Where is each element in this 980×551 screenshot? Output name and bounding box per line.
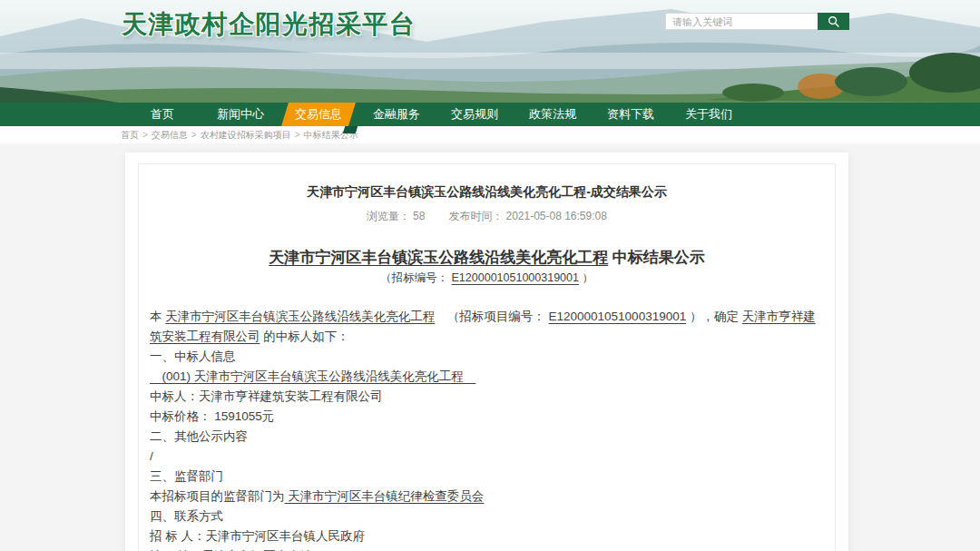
- article-line: （招标编号： E1200001051000319001 ）: [150, 268, 824, 288]
- text-run: 本招标项目的监督部门为: [150, 489, 285, 503]
- nav-item-label: 首页: [151, 107, 174, 121]
- text-run: （招标编号：: [380, 271, 451, 284]
- article-line: 中标价格： 1591055元: [150, 407, 824, 427]
- search-input[interactable]: [665, 13, 818, 30]
- text-run: 本: [150, 310, 165, 323]
- views-count: 58: [413, 210, 425, 222]
- breadcrumb-separator: >: [191, 130, 197, 140]
- nav-item-news-center[interactable]: 新闻中心: [201, 103, 279, 126]
- nav-item-label: 关于我们: [685, 107, 732, 121]
- article-title: 天津市宁河区丰台镇滨玉公路线沿线美化亮化工程-成交结果公示: [144, 184, 829, 201]
- text-run: 二、其他公示内容: [150, 429, 248, 443]
- page: 天津政村企阳光招采平台 首页新闻中心交易信息金融服务交易规则政策法规资料下载关于…: [0, 0, 980, 143]
- nav-item-label: 资料下载: [607, 107, 654, 121]
- text-run: 三、监督部门: [150, 469, 223, 483]
- article-line: 本 天津市宁河区丰台镇滨玉公路线沿线美化亮化工程 （招标项目编号： E12000…: [150, 307, 824, 347]
- nav-item-about-us[interactable]: 关于我们: [670, 103, 748, 126]
- nav-item-home[interactable]: 首页: [123, 103, 201, 126]
- text-run: 招 标 人：天津市宁河区丰台镇人民政府: [150, 529, 365, 543]
- underlined-text: E1200001051000319001: [549, 310, 687, 323]
- site-title: 天津政村企阳光招采平台: [122, 7, 416, 42]
- article-line: 四、联系方式: [150, 507, 824, 526]
- article-line: 本招标项目的监督部门为 天津市宁河区丰台镇纪律检查委员会: [150, 487, 824, 507]
- nav-item-label: 金融服务: [373, 107, 420, 121]
- nav-item-policy-laws[interactable]: 政策法规: [514, 103, 592, 126]
- article-line: 招 标 人：天津市宁河区丰台镇人民政府: [150, 526, 824, 546]
- article-line: (001) 天津市宁河区丰台镇滨玉公路线沿线美化亮化工程: [150, 367, 824, 387]
- breadcrumb-item[interactable]: 交易信息: [152, 129, 188, 142]
- text-run: /: [150, 449, 153, 463]
- views-label: 浏览量：: [367, 210, 410, 222]
- article-frame: 天津市宁河区丰台镇滨玉公路线沿线美化亮化工程-成交结果公示 浏览量：58发布时间…: [138, 163, 836, 551]
- nav-item-downloads[interactable]: 资料下载: [592, 103, 670, 126]
- nav-item-label: 交易信息: [295, 107, 342, 121]
- text-run: 中标价格： 1591055元: [150, 409, 274, 423]
- publish-time-label: 发布时间：: [448, 210, 503, 222]
- search-bar: [665, 13, 849, 30]
- text-run: （招标项目编号：: [435, 310, 548, 323]
- nav-item-financial-services[interactable]: 金融服务: [358, 103, 436, 126]
- article-line: 二、其他公示内容: [150, 427, 824, 447]
- content-panel: 天津市宁河区丰台镇滨玉公路线沿线美化亮化工程-成交结果公示 浏览量：58发布时间…: [125, 153, 848, 551]
- article-line: /: [150, 447, 824, 467]
- text-run: 四、联系方式: [150, 509, 223, 523]
- text-run: 的中标人如下：: [260, 330, 349, 343]
- underlined-text: 天津市宁河区丰台镇滨玉公路线沿线美化亮化工程: [269, 249, 608, 266]
- underlined-text: (001) 天津市宁河区丰台镇滨玉公路线沿线美化亮化工程: [150, 369, 475, 383]
- text-run: ），确定: [686, 310, 742, 323]
- main-nav: 首页新闻中心交易信息金融服务交易规则政策法规资料下载关于我们: [0, 103, 980, 126]
- breadcrumb-separator: >: [142, 130, 148, 140]
- underlined-text: 天津市宁河区丰台镇纪律检查委员会: [285, 489, 485, 503]
- text-run: 中标结果公示: [608, 249, 705, 266]
- article-line: 天津市宁河区丰台镇滨玉公路线沿线美化亮化工程 中标结果公示: [150, 248, 824, 268]
- nav-item-trade-info[interactable]: 交易信息: [279, 103, 358, 126]
- header-banner: 天津政村企阳光招采平台: [0, 0, 980, 103]
- text-run: 中标人：天津市亨祥建筑安装工程有限公司: [150, 389, 383, 403]
- search-icon: [828, 15, 840, 28]
- underlined-text: 天津市宁河区丰台镇滨玉公路线沿线美化亮化工程: [165, 310, 435, 323]
- text-run: ）: [579, 271, 593, 284]
- nav-item-label: 政策法规: [529, 107, 576, 121]
- nav-item-label: 新闻中心: [217, 107, 264, 121]
- article-body: 天津市宁河区丰台镇滨玉公路线沿线美化亮化工程 中标结果公示（招标编号： E120…: [150, 248, 824, 551]
- article-line: 中标人：天津市亨祥建筑安装工程有限公司: [150, 387, 824, 407]
- text-run: 一、中标人信息: [150, 349, 236, 363]
- breadcrumb-item[interactable]: 农村建设招标采购项目: [201, 129, 291, 142]
- article-line: 三、监督部门: [150, 467, 824, 487]
- nav-item-label: 交易规则: [451, 107, 498, 121]
- search-button[interactable]: [818, 13, 849, 30]
- breadcrumb: 首页>交易信息>农村建设招标采购项目>中标结果公示: [0, 126, 980, 143]
- article-meta: 浏览量：58发布时间：2021-05-08 16:59:08: [144, 209, 829, 224]
- underlined-text: E1200001051000319001: [452, 271, 579, 284]
- article-line: 一、中标人信息: [150, 347, 824, 367]
- breadcrumb-item[interactable]: 首页: [121, 129, 139, 142]
- article-line: 地 址：天津市宁河区丰台镇: [150, 546, 824, 551]
- publish-time: 2021-05-08 16:59:08: [505, 210, 606, 222]
- breadcrumb-separator: >: [295, 130, 300, 140]
- nav-item-trade-rules[interactable]: 交易规则: [436, 103, 514, 126]
